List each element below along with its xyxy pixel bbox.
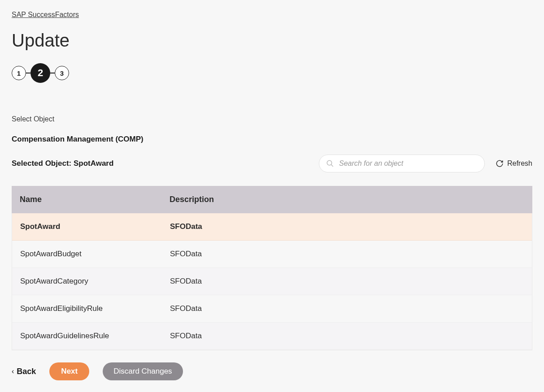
- table-row[interactable]: SpotAwardCategorySFOData: [12, 268, 532, 295]
- table-row[interactable]: SpotAwardGuidelinesRuleSFOData: [12, 323, 532, 350]
- page-title: Update: [12, 30, 532, 51]
- step-3[interactable]: 3: [55, 66, 69, 80]
- refresh-button[interactable]: Refresh: [496, 159, 532, 168]
- discard-button[interactable]: Discard Changes: [103, 362, 183, 380]
- selected-object: Selected Object: SpotAward: [12, 159, 113, 168]
- breadcrumb: SAP SuccessFactors: [12, 11, 532, 19]
- step-connector: [26, 73, 30, 73]
- selected-object-prefix: Selected Object:: [12, 159, 74, 168]
- svg-line-1: [331, 164, 333, 167]
- search-box: [319, 155, 485, 172]
- cell-description: SFOData: [162, 268, 532, 295]
- search-icon: [326, 159, 334, 168]
- cell-description: SFOData: [162, 241, 532, 268]
- cell-description: SFOData: [162, 323, 532, 350]
- selected-object-name: SpotAward: [74, 159, 113, 168]
- table-row[interactable]: SpotAwardSFOData: [12, 213, 532, 241]
- col-header-description: Description: [161, 186, 532, 213]
- svg-point-0: [327, 160, 332, 165]
- cell-name: SpotAwardBudget: [12, 241, 162, 268]
- cell-name: SpotAward: [12, 213, 162, 241]
- cell-name: SpotAwardEligibilityRule: [12, 295, 162, 323]
- table-row[interactable]: SpotAwardEligibilityRuleSFOData: [12, 295, 532, 323]
- back-button[interactable]: ‹ Back: [12, 367, 36, 376]
- step-1[interactable]: 1: [12, 66, 26, 80]
- back-label: Back: [17, 367, 36, 376]
- object-table: Name Description SpotAwardSFODataSpotAwa…: [12, 186, 532, 350]
- table-row[interactable]: SpotAwardBudgetSFOData: [12, 241, 532, 268]
- chevron-left-icon: ‹: [12, 367, 14, 375]
- step-2[interactable]: 2: [30, 63, 50, 83]
- next-button[interactable]: Next: [49, 362, 89, 380]
- cell-name: SpotAwardCategory: [12, 268, 162, 295]
- breadcrumb-link-product[interactable]: SAP SuccessFactors: [12, 11, 79, 18]
- col-header-name: Name: [12, 186, 161, 213]
- cell-name: SpotAwardGuidelinesRule: [12, 323, 162, 350]
- category-label: Compensation Management (COMP): [12, 135, 532, 144]
- refresh-label: Refresh: [507, 159, 532, 168]
- cell-description: SFOData: [162, 295, 532, 323]
- step-connector: [50, 73, 55, 73]
- search-input[interactable]: [319, 155, 485, 172]
- table-scroll[interactable]: SpotAwardSFODataSpotAwardBudgetSFODataSp…: [12, 213, 532, 350]
- stepper: 1 2 3: [12, 63, 532, 83]
- refresh-icon: [496, 159, 504, 168]
- select-object-label: Select Object: [12, 115, 532, 123]
- cell-description: SFOData: [162, 213, 532, 241]
- footer-actions: ‹ Back Next Discard Changes: [12, 362, 183, 380]
